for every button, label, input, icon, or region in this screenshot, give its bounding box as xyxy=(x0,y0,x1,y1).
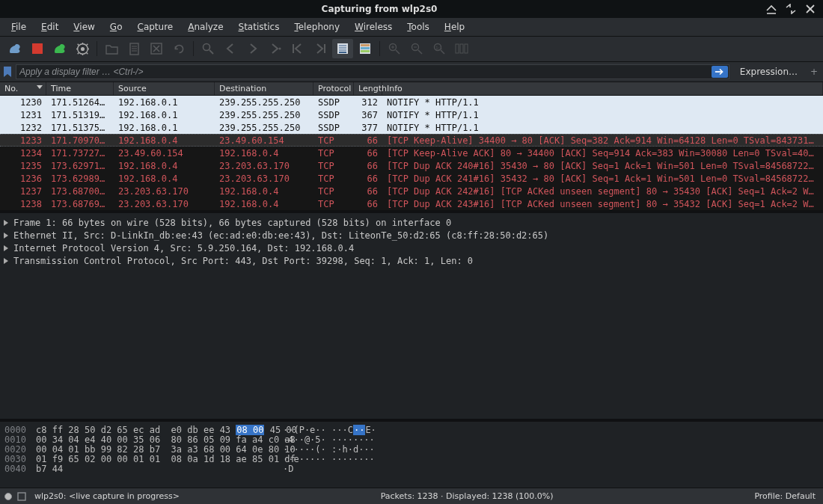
status-right[interactable]: Profile: Default xyxy=(751,491,819,501)
packet-row[interactable]: 1232171.513752078192.168.0.1239.255.255.… xyxy=(0,121,823,134)
zoom-in-icon[interactable] xyxy=(384,39,405,58)
start-capture-icon[interactable] xyxy=(4,39,25,58)
hex-row[interactable]: 001000 34 04 e4 40 00 35 06 80 86 05 09 … xyxy=(4,434,819,444)
svg-marker-42 xyxy=(4,233,8,239)
display-filter-input[interactable] xyxy=(16,64,729,79)
svg-rect-25 xyxy=(361,47,370,49)
menu-go[interactable]: Go xyxy=(103,19,129,35)
bookmark-icon[interactable] xyxy=(3,67,13,77)
close-icon[interactable] xyxy=(805,4,816,14)
packet-row[interactable]: 1236173.629890663192.168.0.423.203.63.17… xyxy=(0,172,823,185)
svg-rect-26 xyxy=(361,50,370,52)
minimize-icon[interactable] xyxy=(766,4,777,14)
svg-line-35 xyxy=(441,50,444,54)
menu-edit[interactable]: Edit xyxy=(34,19,65,35)
packet-row[interactable]: 1230171.512644196192.168.0.1239.255.255.… xyxy=(0,96,823,108)
hex-row[interactable]: 002000 04 01 bb 99 82 28 b7 3a a3 68 00 … xyxy=(4,444,819,454)
svg-line-14 xyxy=(209,50,213,54)
maximize-icon[interactable] xyxy=(786,4,796,14)
column-no[interactable]: No. xyxy=(0,82,46,95)
titlebar: Capturing from wlp2s0 xyxy=(0,0,823,18)
zoom-out-icon[interactable] xyxy=(406,39,427,58)
open-file-icon xyxy=(101,39,122,58)
colorize-list-icon[interactable] xyxy=(355,39,376,58)
expand-icon[interactable] xyxy=(1,231,10,240)
restart-capture-icon[interactable] xyxy=(49,39,70,58)
svg-rect-10 xyxy=(151,43,162,54)
goto-packet-icon xyxy=(265,39,286,58)
tree-row[interactable]: Ethernet II, Src: D-LinkIn_db:ee:43 (ec:… xyxy=(1,229,822,242)
svg-point-5 xyxy=(80,47,84,51)
svg-line-11 xyxy=(153,46,159,52)
tree-row[interactable]: Internet Protocol Version 4, Src: 5.9.25… xyxy=(1,242,822,254)
packet-row[interactable]: 1231171.513195051192.168.0.1239.255.255.… xyxy=(0,108,823,121)
find-icon xyxy=(198,39,218,58)
menu-statistics[interactable]: Statistics xyxy=(232,19,287,35)
expand-icon[interactable] xyxy=(1,244,10,253)
menu-wireless[interactable]: Wireless xyxy=(348,19,399,35)
svg-marker-43 xyxy=(4,245,8,251)
column-destination[interactable]: Destination xyxy=(215,82,313,95)
status-left: wlp2s0: <live capture in progress> xyxy=(31,491,183,501)
svg-marker-41 xyxy=(4,220,8,226)
menu-view[interactable]: View xyxy=(67,19,101,35)
resize-columns-icon[interactable] xyxy=(451,39,472,58)
svg-line-32 xyxy=(418,50,422,54)
svg-marker-44 xyxy=(4,258,8,264)
expert-info-icon[interactable] xyxy=(16,491,27,502)
packet-row[interactable]: 1234171.73727778823.49.60.154192.168.0.4… xyxy=(0,147,823,159)
capture-led-icon xyxy=(4,493,12,500)
column-protocol[interactable]: Protocol xyxy=(313,82,354,95)
window-title: Capturing from wlp2s0 xyxy=(0,4,759,14)
column-time[interactable]: Time xyxy=(46,82,114,95)
capture-options-icon[interactable] xyxy=(72,39,93,58)
svg-rect-22 xyxy=(339,52,346,53)
svg-rect-3 xyxy=(32,43,43,54)
column-length[interactable]: Length xyxy=(354,82,382,95)
stop-capture-icon[interactable] xyxy=(27,39,48,58)
packet-list[interactable]: 1230171.512644196192.168.0.1239.255.255.… xyxy=(0,96,823,210)
hex-row[interactable]: 0040b7 44·D xyxy=(4,464,819,473)
column-source[interactable]: Source xyxy=(114,82,215,95)
svg-line-12 xyxy=(153,46,159,52)
goto-first-icon xyxy=(287,39,308,58)
hex-row[interactable]: 0000c8 ff 28 50 d2 65 ec ad e0 db ee 43 … xyxy=(4,425,819,434)
apply-filter-icon[interactable] xyxy=(712,66,728,78)
filter-bar: Expression… + xyxy=(0,62,823,83)
packet-row[interactable]: 1237173.68700685723.203.63.170192.168.0.… xyxy=(0,185,823,197)
add-filter-button[interactable]: + xyxy=(808,67,820,77)
menubar: FileEditViewGoCaptureAnalyzeStatisticsTe… xyxy=(0,18,823,37)
packet-row[interactable]: 1233171.709705586192.168.0.423.49.60.154… xyxy=(0,134,823,147)
tree-row[interactable]: Transmission Control Protocol, Src Port:… xyxy=(1,254,822,267)
expression-button[interactable]: Expression… xyxy=(734,64,804,80)
sort-indicator-icon xyxy=(37,85,43,89)
svg-rect-39 xyxy=(465,44,468,53)
packet-row[interactable]: 1235173.629717229192.168.0.423.203.63.17… xyxy=(0,159,823,172)
column-info[interactable]: Info xyxy=(382,82,823,95)
expand-icon[interactable] xyxy=(1,256,10,265)
packet-details-tree[interactable]: Frame 1: 66 bytes on wire (528 bits), 66… xyxy=(0,213,823,419)
menu-tools[interactable]: Tools xyxy=(400,19,436,35)
hex-row[interactable]: 003001 f9 65 02 00 00 01 01 08 0a 1d 18 … xyxy=(4,454,819,464)
svg-text:1:1: 1:1 xyxy=(435,45,443,50)
svg-rect-37 xyxy=(456,44,459,53)
expand-icon[interactable] xyxy=(1,218,10,227)
menu-file[interactable]: File xyxy=(4,19,33,35)
svg-rect-24 xyxy=(361,44,370,46)
svg-rect-45 xyxy=(18,493,25,500)
menu-telephony[interactable]: Telephony xyxy=(287,19,346,35)
go-back-icon xyxy=(220,39,241,58)
goto-last-icon xyxy=(310,39,331,58)
close-file-icon xyxy=(146,39,167,58)
packet-row[interactable]: 1238173.68769502623.203.63.170192.168.0.… xyxy=(0,197,823,210)
tree-row[interactable]: Frame 1: 66 bytes on wire (528 bits), 66… xyxy=(1,216,822,229)
packet-bytes-pane[interactable]: 0000c8 ff 28 50 d2 65 ec ad e0 db ee 43 … xyxy=(0,422,823,488)
zoom-reset-icon[interactable]: 1:1 xyxy=(429,39,450,58)
svg-rect-6 xyxy=(130,43,138,55)
menu-capture[interactable]: Capture xyxy=(130,19,180,35)
main-toolbar: 1:1 xyxy=(0,37,823,61)
auto-scroll-icon[interactable] xyxy=(332,39,353,58)
menu-help[interactable]: Help xyxy=(438,19,471,35)
menu-analyze[interactable]: Analyze xyxy=(181,19,230,35)
status-center: Packets: 1238 · Displayed: 1238 (100.0%) xyxy=(378,491,557,501)
